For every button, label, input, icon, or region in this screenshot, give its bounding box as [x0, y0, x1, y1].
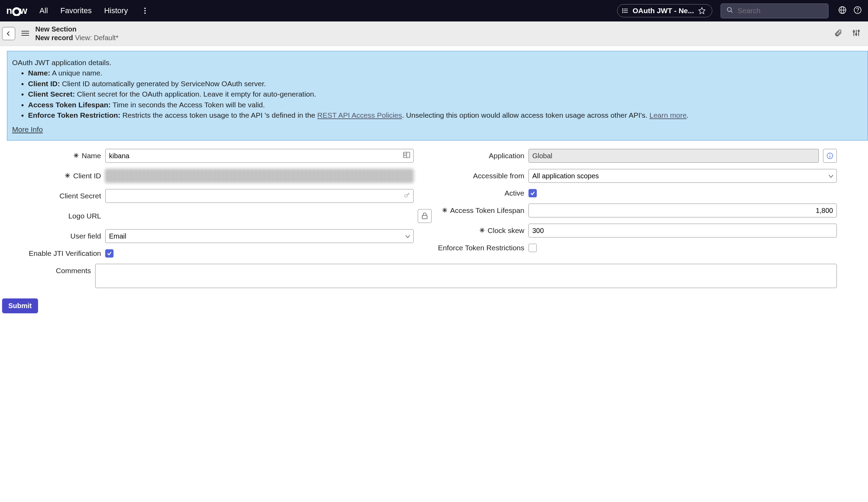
kebab-icon	[144, 8, 146, 14]
svg-point-9	[727, 7, 732, 11]
application-input	[528, 149, 819, 163]
row-name: Name	[7, 149, 414, 163]
info-banner: OAuth JWT application details. Name: A u…	[7, 51, 868, 141]
svg-point-8	[622, 12, 623, 13]
check-icon	[530, 190, 535, 196]
accessible-from-label: Accessible from	[473, 172, 524, 180]
form-grid: Name Client ID	[7, 149, 837, 258]
svg-point-20	[853, 31, 855, 32]
active-checkbox[interactable]	[528, 189, 537, 197]
enforce-token-restrictions-checkbox[interactable]	[528, 244, 537, 252]
banner-item: Name: A unique name.	[28, 68, 864, 78]
check-icon	[107, 251, 112, 256]
client-id-label: Client ID	[73, 172, 101, 180]
form-right-column: Application Accessible from	[430, 149, 837, 258]
context-pill[interactable]: OAuth JWT - Ne...	[617, 4, 712, 17]
banner-item: Client Secret: Client secret for the OAu…	[28, 89, 864, 99]
top-nav: n w All Favorites History OAuth JWT - Ne…	[0, 0, 868, 21]
context-menu-icon[interactable]	[21, 30, 29, 38]
global-search[interactable]	[721, 3, 829, 18]
now-logo-icon: n w	[6, 6, 31, 16]
svg-rect-38	[422, 215, 427, 219]
row-accessible-from: Accessible from	[430, 169, 837, 183]
row-enable-jti: Enable JTI Verification	[7, 249, 414, 258]
row-application: Application	[430, 149, 837, 163]
help-icon[interactable]	[853, 6, 862, 16]
svg-point-22	[856, 34, 857, 35]
active-label: Active	[505, 189, 524, 197]
submit-button[interactable]: Submit	[2, 298, 38, 313]
svg-point-6	[622, 9, 623, 9]
name-label: Name	[82, 152, 101, 160]
access-token-lifespan-label: Access Token Lifespan	[450, 206, 524, 215]
enable-jti-checkbox[interactable]	[105, 249, 114, 258]
access-token-lifespan-input[interactable]	[528, 204, 837, 217]
logo: n w	[6, 6, 31, 16]
svg-text:n: n	[6, 6, 12, 16]
top-right-icons	[838, 6, 862, 16]
row-comments: Comments	[7, 264, 837, 288]
attachment-icon[interactable]	[834, 29, 842, 39]
row-enforce-token-restrictions: Enforce Token Restrictions	[430, 244, 837, 252]
row-logo-url: Logo URL	[7, 209, 414, 223]
user-field-select[interactable]	[105, 229, 414, 243]
svg-point-7	[622, 10, 623, 11]
subheader: New Section New recordView: Default*	[0, 21, 868, 46]
nav-item-history[interactable]: History	[104, 6, 128, 15]
banner-intro: OAuth JWT application details.	[12, 57, 864, 68]
subheader-actions	[834, 29, 860, 39]
svg-point-1	[13, 8, 20, 15]
client-secret-label: Client Secret	[60, 192, 101, 200]
logo-url-lock-button[interactable]	[418, 209, 432, 223]
nav-item-all[interactable]: All	[39, 6, 48, 15]
comments-textarea[interactable]	[95, 264, 837, 288]
clock-skew-input[interactable]	[528, 224, 837, 237]
settings-sliders-icon[interactable]	[852, 29, 860, 39]
application-label: Application	[489, 152, 524, 160]
required-asterisk-icon	[73, 152, 79, 160]
back-button[interactable]	[2, 27, 15, 40]
more-info-link[interactable]: More Info	[12, 124, 43, 135]
banner-list: Name: A unique name. Client ID: Client I…	[28, 68, 864, 120]
row-client-id: Client ID	[7, 169, 414, 183]
svg-point-40	[830, 154, 830, 155]
nav-kebab-menu[interactable]	[140, 8, 150, 14]
clock-skew-label: Clock skew	[488, 226, 524, 235]
enforce-token-restrictions-label: Enforce Token Restrictions	[438, 244, 524, 252]
subheader-text: New Section New recordView: Default*	[35, 25, 118, 42]
submit-bar: Submit	[2, 298, 868, 313]
row-active: Active	[430, 189, 837, 197]
learn-more-link[interactable]: Learn more	[649, 111, 686, 119]
svg-point-14	[854, 7, 861, 14]
row-client-secret: Client Secret	[7, 189, 414, 203]
rest-api-policies-link[interactable]: REST API Access Policies	[317, 111, 402, 119]
svg-text:w: w	[19, 6, 27, 16]
search-icon	[726, 7, 733, 15]
comments-label: Comments	[56, 267, 91, 275]
svg-line-10	[731, 11, 733, 12]
client-id-input[interactable]	[105, 169, 414, 183]
nav-item-favorites[interactable]: Favorites	[60, 6, 91, 15]
row-user-field: User field	[7, 229, 414, 243]
row-clock-skew: Clock skew	[430, 224, 837, 237]
list-icon	[622, 8, 629, 13]
application-info-button[interactable]	[823, 149, 837, 163]
content: OAuth JWT application details. Name: A u…	[0, 51, 868, 322]
globe-icon[interactable]	[838, 6, 847, 16]
client-secret-input[interactable]	[105, 189, 414, 203]
lock-icon	[422, 213, 428, 219]
search-input[interactable]	[738, 7, 823, 15]
logo-url-label: Logo URL	[68, 212, 101, 220]
required-asterisk-icon	[442, 206, 447, 215]
row-access-token-lifespan: Access Token Lifespan	[430, 204, 837, 217]
page-record-line: New recordView: Default*	[35, 34, 118, 42]
pill-title: OAuth JWT - Ne...	[633, 7, 694, 15]
star-outline-icon[interactable]	[698, 7, 706, 15]
info-icon	[826, 152, 833, 159]
banner-item: Enforce Token Restriction: Restricts the…	[28, 110, 864, 120]
page-section-title: New Section	[35, 25, 118, 34]
enable-jti-label: Enable JTI Verification	[29, 249, 101, 258]
name-input[interactable]	[105, 149, 414, 163]
required-asterisk-icon	[65, 172, 70, 180]
accessible-from-select[interactable]	[528, 169, 837, 183]
